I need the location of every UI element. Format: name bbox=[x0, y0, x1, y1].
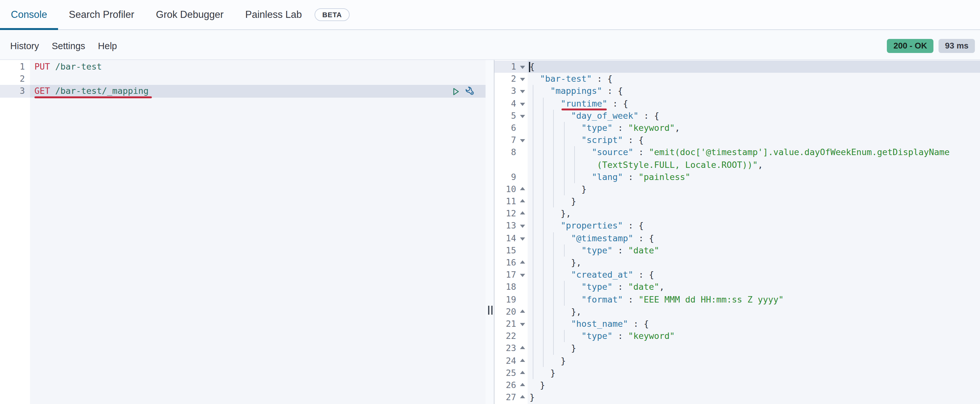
code-text[interactable]: } bbox=[528, 342, 980, 355]
menu-help[interactable]: Help bbox=[98, 41, 117, 51]
request-line[interactable]: 2 bbox=[0, 73, 485, 85]
response-line[interactable]: 22 "type" : "keyword" bbox=[495, 330, 980, 342]
tab-painless-lab[interactable]: Painless Lab BETA bbox=[234, 0, 361, 29]
code-text[interactable]: { bbox=[528, 60, 980, 73]
fold-caret-down-icon[interactable] bbox=[520, 78, 525, 81]
response-line[interactable]: 1{ bbox=[495, 60, 980, 73]
code-text[interactable]: }, bbox=[528, 208, 980, 220]
response-line[interactable]: 6 "type" : "keyword", bbox=[495, 122, 980, 134]
code-text[interactable]: (TextStyle.FULL, Locale.ROOT))", bbox=[528, 159, 980, 171]
tab-console[interactable]: Console bbox=[0, 0, 58, 29]
tab-search-profiler[interactable]: Search Profiler bbox=[58, 0, 145, 29]
response-line[interactable]: 24 } bbox=[495, 355, 980, 367]
send-request-play-icon[interactable] bbox=[451, 87, 461, 96]
fold-caret-up-icon[interactable] bbox=[520, 346, 525, 350]
code-text[interactable]: "mappings" : { bbox=[528, 85, 980, 97]
response-line[interactable]: 9 "lang" : "painless" bbox=[495, 171, 980, 183]
code-text[interactable]: "type" : "keyword" bbox=[528, 330, 980, 342]
panel-resize-handle[interactable] bbox=[487, 306, 493, 315]
code-text[interactable] bbox=[30, 73, 485, 85]
fold-caret-up-icon[interactable] bbox=[520, 212, 525, 215]
request-editor-pane[interactable]: 1PUT /bar-test23GET /bar-test/_mapping bbox=[0, 60, 485, 404]
request-options-wrench-icon[interactable] bbox=[465, 86, 475, 97]
response-line[interactable]: 17 "created_at" : { bbox=[495, 269, 980, 281]
fold-caret-down-icon[interactable] bbox=[520, 274, 525, 277]
code-text[interactable]: } bbox=[528, 183, 980, 195]
response-line[interactable]: 7 "script" : { bbox=[495, 134, 980, 146]
code-text[interactable]: } bbox=[528, 379, 980, 391]
code-text[interactable]: } bbox=[528, 355, 980, 367]
response-line[interactable]: 20 }, bbox=[495, 306, 980, 318]
response-viewer-pane[interactable]: 1{2 "bar-test" : {3 "mappings" : {4 "run… bbox=[494, 60, 980, 404]
code-text[interactable]: "lang" : "painless" bbox=[528, 171, 980, 183]
tab-grok-debugger[interactable]: Grok Debugger bbox=[145, 0, 234, 29]
fold-caret-down-icon[interactable] bbox=[520, 323, 525, 326]
response-line[interactable]: 3 "mappings" : { bbox=[495, 85, 980, 97]
response-line[interactable]: 11 } bbox=[495, 195, 980, 207]
code-text[interactable]: "created_at" : { bbox=[528, 269, 980, 281]
response-line[interactable]: 8 "source" : "emit(doc['@timestamp'].val… bbox=[495, 146, 980, 159]
response-line[interactable]: 4 "runtime" : { bbox=[495, 97, 980, 110]
code-text[interactable]: "type" : "keyword", bbox=[528, 122, 980, 134]
menu-history[interactable]: History bbox=[10, 41, 39, 51]
code-text[interactable]: }, bbox=[528, 256, 980, 269]
fold-caret-up-icon[interactable] bbox=[520, 383, 525, 386]
request-line[interactable]: 1PUT /bar-test bbox=[0, 60, 485, 73]
response-line[interactable]: 10 } bbox=[495, 183, 980, 195]
response-line[interactable]: 21 "host_name" : { bbox=[495, 318, 980, 330]
code-text[interactable]: } bbox=[528, 367, 980, 379]
response-line[interactable]: 2 "bar-test" : { bbox=[495, 73, 980, 85]
response-line[interactable]: 16 }, bbox=[495, 256, 980, 269]
code-text[interactable]: "bar-test" : { bbox=[528, 73, 980, 85]
code-text[interactable]: "properties" : { bbox=[528, 220, 980, 232]
response-line[interactable]: 19 "format" : "EEE MMM dd HH:mm:ss Z yyy… bbox=[495, 293, 980, 305]
response-line[interactable]: 12 }, bbox=[495, 208, 980, 220]
indent-guide bbox=[543, 318, 544, 330]
code-text[interactable]: "type" : "date" bbox=[528, 245, 980, 256]
response-line[interactable]: (TextStyle.FULL, Locale.ROOT))", bbox=[495, 159, 980, 171]
indent-guide bbox=[533, 195, 533, 207]
fold-caret-down-icon[interactable] bbox=[520, 225, 525, 228]
response-line[interactable]: 27} bbox=[495, 391, 980, 403]
fold-caret-up-icon[interactable] bbox=[520, 395, 525, 398]
code-text[interactable]: "runtime" : { bbox=[528, 97, 980, 110]
fold-caret-up-icon[interactable] bbox=[520, 358, 525, 361]
menu-settings[interactable]: Settings bbox=[52, 41, 85, 51]
fold-caret-down-icon[interactable] bbox=[520, 237, 525, 240]
response-line[interactable]: 5 "day_of_week" : { bbox=[495, 110, 980, 122]
fold-caret-up-icon[interactable] bbox=[520, 261, 525, 264]
fold-caret-down-icon[interactable] bbox=[520, 102, 525, 106]
code-text[interactable]: } bbox=[528, 195, 980, 207]
fold-caret-down-icon[interactable] bbox=[520, 90, 525, 94]
response-line[interactable]: 13 "properties" : { bbox=[495, 220, 980, 232]
code-text[interactable]: GET /bar-test/_mapping bbox=[30, 85, 485, 97]
request-line[interactable]: 3GET /bar-test/_mapping bbox=[0, 85, 485, 97]
response-line[interactable]: 26 } bbox=[495, 379, 980, 391]
line-number: 5 bbox=[495, 110, 517, 122]
fold-caret-up-icon[interactable] bbox=[520, 199, 525, 202]
response-line[interactable]: 25 } bbox=[495, 367, 980, 379]
response-line[interactable]: 23 } bbox=[495, 342, 980, 355]
fold-caret-down-icon[interactable] bbox=[520, 115, 525, 118]
code-text[interactable]: "type" : "date", bbox=[528, 281, 980, 293]
code-text[interactable]: "source" : "emit(doc['@timestamp'].value… bbox=[528, 146, 980, 159]
code-text[interactable]: "format" : "EEE MMM dd HH:mm:ss Z yyyy" bbox=[528, 293, 980, 305]
code-text[interactable]: }, bbox=[528, 306, 980, 318]
response-line[interactable]: 18 "type" : "date", bbox=[495, 281, 980, 293]
fold-caret-down-icon[interactable] bbox=[520, 66, 525, 69]
code-text[interactable]: "@timestamp" : { bbox=[528, 232, 980, 244]
code-text[interactable]: PUT /bar-test bbox=[30, 60, 485, 73]
code-text[interactable]: "host_name" : { bbox=[528, 318, 980, 330]
response-line[interactable]: 15 "type" : "date" bbox=[495, 245, 980, 256]
code-text[interactable]: "day_of_week" : { bbox=[528, 110, 980, 122]
fold-caret-up-icon[interactable] bbox=[520, 310, 525, 313]
indent-guide bbox=[533, 256, 533, 269]
response-line[interactable]: 14 "@timestamp" : { bbox=[495, 232, 980, 244]
fold-caret-down-icon[interactable] bbox=[520, 139, 525, 142]
fold-caret-up-icon[interactable] bbox=[520, 187, 525, 190]
code-text[interactable]: } bbox=[528, 391, 980, 403]
fold-caret-up-icon[interactable] bbox=[520, 371, 525, 374]
response-time-badge: 93 ms bbox=[939, 39, 975, 53]
indent-guide bbox=[554, 318, 554, 330]
code-text[interactable]: "script" : { bbox=[528, 134, 980, 146]
